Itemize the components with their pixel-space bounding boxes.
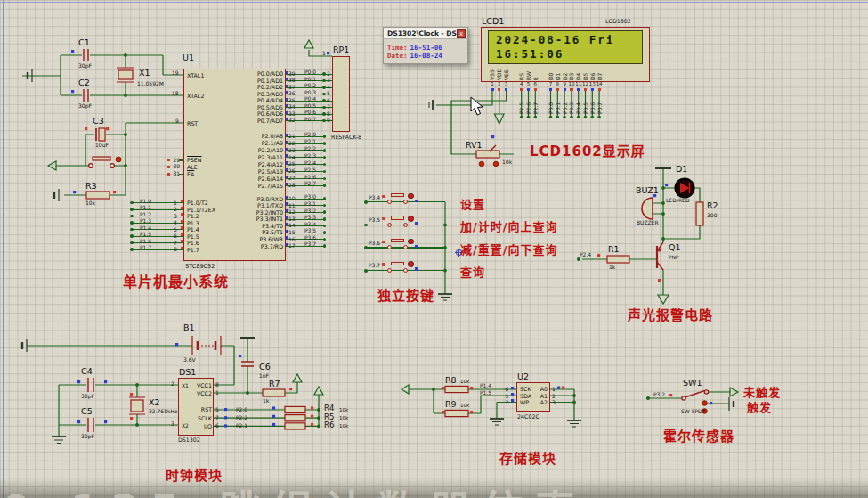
rp1-ref: RP1 [333,45,349,54]
cap-c6-icon [241,362,254,366]
cap-c3-stripe [99,128,105,141]
key-dome-reset [116,157,121,162]
respack-rp1[interactable] [332,56,350,132]
lcd-net-labels: P2.5 P2.6 P2.7 P0.0 P0.1 P0.2 P0.3 P0.4 … [518,91,603,114]
ds1302-clock-popup[interactable]: DS1302\Clock - DS1 x Time:16-51-06 Date:… [383,27,468,64]
r9-ref: R9 [445,399,457,409]
popup-titlebar[interactable]: DS1302\Clock - DS1 x [383,27,468,39]
key-function-label: 设置 [460,195,485,212]
lcd-pin[interactable]: D6 13 [588,65,596,91]
key-state-dot [408,261,414,267]
c4-value: 30pF [81,393,94,399]
annotation-keys: 独立按键 [377,285,434,304]
push-button-row[interactable]: P3.4 设置 [363,191,586,214]
rp1-part: RESPACK-8 [331,134,361,140]
lcd-pin[interactable]: D4 11 [575,65,582,91]
pin-name: I/O [180,422,212,430]
key-cap-icon [391,193,404,198]
push-button-row[interactable]: P3.7 查询 [363,259,586,282]
lcd-pin[interactable]: VDD 2 [496,65,503,91]
pin-number: 7 [499,399,508,405]
lcd-net: P0.1 [554,91,561,114]
ds1-ref: DS1 [179,367,196,377]
pin-row[interactable]: P1.7 8 [130,247,183,254]
key-contact-icon [387,268,392,273]
push-button-row[interactable]: P3.5 加/计时/向上查询 [363,214,586,237]
annotation-mcu: 单片机最小系统 [123,270,229,291]
pin-name: P0.3/AD3 [185,91,283,98]
c6-value: 1nF [259,372,269,379]
c1-value: 30pF [78,62,92,69]
pin-row[interactable]: 32 P0.7 9 [286,118,334,125]
key-contact-icon [403,245,408,249]
pullup-labels: R4 10k R5 10k R6 10k [324,405,360,430]
key-net-label: P3.6 [369,240,380,246]
popup-close-icon[interactable]: x [457,29,466,38]
u1-ctrl-rows: 29 30 31 [167,157,183,177]
lcd-net: P0.4 [575,91,582,114]
annotation-clock: 时钟模块 [166,465,223,484]
r8-value: 10k [460,379,469,384]
key-contact-icon [387,200,392,204]
pin-name: P2.1/A9 [185,140,283,147]
r7-ref: R7 [269,379,280,388]
pin-row[interactable]: 6 P2.1 [215,422,256,430]
r7-value: 1k [263,397,269,404]
cap-c2-icon [84,89,88,102]
pin-row[interactable]: 17 P3.7 [286,243,329,250]
resistor-r1 [607,256,629,263]
key-net-label: P3.5 [369,216,380,223]
pin-row[interactable]: 8 [215,381,256,389]
pin-name: P2.6/A14 [185,176,283,183]
crystal-x2-body [131,400,143,412]
cap-c4-icon [88,378,93,392]
pin-name: P3.3/INT1 [185,216,283,223]
resistor-r3 [86,192,110,199]
ground-arrow-q1-icon [658,295,669,304]
ds1-pin2-num: 2 [171,380,174,387]
lcd-pin[interactable]: RW 5 [525,65,532,91]
buzzer-buz1 [642,198,653,219]
key-cap-icon [391,239,404,243]
lcd-pin[interactable]: D3 10 [568,65,575,91]
pin-name: P0.5/AD5 [185,104,283,111]
u1-p2-rows: 21 P2.0 22 P2.1 23 P2.2 [286,133,329,189]
pin-number: 1 [552,386,556,392]
export-arrow-left-icon [48,161,56,170]
u1-ref: U1 [183,53,194,62]
pin-row[interactable]: 1 [215,389,256,397]
pin-name: P3.1/TXD [185,202,283,209]
r3-value: 10k [85,200,95,206]
pin-row[interactable]: 28 P2.7 [286,183,329,190]
lcd-pin[interactable]: D0 7 [548,65,555,91]
x2-ref: X2 [149,397,160,407]
lcd-net: P2.7 [531,91,539,114]
lcd-net: P0.0 [548,91,555,114]
hall-state-on: 触发 [747,398,772,415]
key-contact-icon [387,223,392,227]
pin-name: P0.1/AD1 [185,78,283,85]
lcd-pin[interactable]: D7 14 [596,65,603,91]
lcd-pin[interactable]: E 6 [531,65,539,91]
schematic-canvas[interactable]: U1 STC89C52 19 XTAL1 18 XTAL2 9 RST PSEN… [0,0,868,498]
push-button-row[interactable]: P3.6 减/重置/向下查询 [363,236,586,259]
lcd-pin[interactable]: RS 4 [518,65,525,91]
pin-row[interactable]: 31 [167,171,183,178]
lcd-pin[interactable]: VSS 1 [489,65,496,91]
lcd-pin[interactable]: D2 9 [561,65,568,91]
switch-lever [685,391,705,398]
u1-p0-names: P0.0/AD0P0.1/AD1P0.2/AD2P0.3/AD3P0.4/AD4… [185,70,283,124]
lcd-net: P0.7 [596,91,603,114]
sw1-ref: SW1 [683,378,702,388]
pin-name: P0.7/AD7 [185,118,283,125]
resistor-r2 [696,202,703,225]
lcd-pin[interactable]: VEE 3 [503,65,510,91]
ds1-pin3-num: 3 [171,420,174,427]
lcd-pin[interactable]: D1 8 [554,65,561,91]
lcd-net: P0.3 [568,91,575,114]
pin-name: A0 [531,386,548,392]
lcd-pin[interactable]: D5 12 [582,65,589,91]
c3-value: 10uF [95,142,109,148]
ds1-right-names: VCC1VCC2RSTSCLKI/O [180,381,212,431]
pin-name: P3.7/RD [185,243,283,250]
